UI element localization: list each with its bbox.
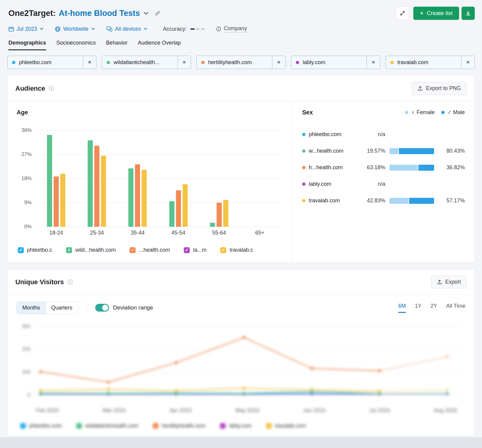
report-title[interactable]: At-home Blood Tests [59,9,140,18]
sex-split-bar [390,165,434,171]
visitors-x-label: Jun 2023 [303,407,325,414]
toggle-switch[interactable] [95,304,109,312]
series-checkbox[interactable]: ✓ [184,247,190,253]
chip-remove-button[interactable]: ✕ [177,56,191,69]
tab-demographics[interactable]: Demographics [8,40,46,50]
domain-color-dot [296,61,299,64]
deviation-range-toggle[interactable]: Deviation range [95,304,153,312]
series-checkbox[interactable]: ✓ [66,247,72,253]
series-checkbox[interactable]: ✓ [18,247,24,253]
bar-travalab-com-45-54 [183,184,188,227]
sex-legend: ♀ Female ♂ Male [405,109,465,116]
export-button[interactable]: Export [431,275,467,288]
expand-button[interactable] [396,7,409,20]
range-option-6m[interactable]: 6M [398,303,406,313]
age-group-25-34 [77,130,117,227]
visitors-chart-area: 3002001000 Feb 2023Mar 2023Apr 2023May 2… [8,319,474,436]
export-png-label: Export to PNG [426,85,461,92]
series-checkbox[interactable]: ✓ [130,247,136,253]
visitors-legend-item-travalab-com[interactable]: travalab.com [266,423,306,429]
date-filter-value: Jul 2023 [17,26,37,32]
age-bar-groups [36,130,280,227]
sex-row-h-health-com: h...health.com63.18%36.82% [302,159,465,176]
domain-chip-hertilityhealth-com[interactable]: hertilityhealth.com✕ [196,56,286,69]
chip-remove-button[interactable]: ✕ [367,56,380,69]
chevron-down-icon[interactable] [144,12,149,15]
tab-behavior[interactable]: Behavior [106,40,127,50]
age-legend-item-wild-health-com: ✓wild...health.com [66,247,116,253]
view-toggle: MonthsQuarters [17,302,78,314]
domain-chip-phleetbo-com[interactable]: phleetbo.com✕ [7,56,96,69]
domain-chip-wildatlantichealth[interactable]: wildatlantichealth...✕ [102,56,191,69]
region-filter[interactable]: Worldwide [55,26,95,32]
info-icon[interactable]: i [67,279,73,285]
company-link[interactable]: Company [216,25,247,33]
domain-chip-label: lably.com [303,59,325,66]
visitors-legend-item-wildatlantichealth-com[interactable]: wildatlantichealth.com [76,423,138,429]
domain-color-dot [302,166,305,169]
age-group-65 [239,130,280,227]
range-option-all-time[interactable]: All Time [446,303,465,313]
visitors-legend-item-lably-com[interactable]: lably.com [220,423,252,429]
view-option-months[interactable]: Months [17,302,45,314]
info-icon[interactable]: i [49,86,54,91]
header-actions: + Create list [396,7,475,20]
legend-swatch [76,423,82,429]
age-y-tick: 0% [17,224,32,230]
male-share-value: 57.17% [438,198,465,204]
age-x-label: 35-44 [117,230,158,236]
female-share-value: 42.83% [360,198,385,204]
age-legend-item-phleetbo-c: ✓phleetbo.c [18,247,52,253]
tab-audience-overlap[interactable]: Audience Overlap [138,40,181,50]
age-x-label: 45-54 [158,230,199,236]
domain-chip-travalab-com[interactable]: travalab.com✕ [386,56,475,69]
devices-filter[interactable]: All devices [106,26,147,32]
female-legend-label: Female [417,109,435,116]
domain-color-dot [302,133,305,136]
domain-chip-lably-com[interactable]: lably.com✕ [291,56,380,69]
visitors-x-label: May 2023 [235,407,259,414]
range-option-1y[interactable]: 1Y [415,303,421,313]
age-legend-item-travalab-c: ✓travalab.c [220,247,253,253]
sex-rows: phleetbo.comn/aw...health.com19.57%80.43… [302,126,465,209]
series-checkbox[interactable]: ✓ [220,247,226,253]
age-y-tick: 36% [17,127,32,133]
legend-label: travalab.com [275,423,306,429]
domain-chip-label: travalab.com [397,59,428,66]
export-png-button[interactable]: Export to PNG [412,82,467,95]
create-list-button[interactable]: + Create list [413,7,459,20]
visitors-x-label: Mar 2023 [103,407,126,414]
svg-text:200: 200 [22,346,30,352]
female-share-value: 19.57% [360,148,385,154]
page-title: One2Target: At-home Blood Tests [8,9,161,18]
domain-label: w...health.com [309,148,343,154]
male-bar-segment [409,198,434,204]
age-x-label: 25-34 [77,230,117,236]
age-group-18-24 [36,130,77,227]
download-button[interactable] [462,7,475,20]
accuracy-dash [201,28,205,30]
chip-remove-button[interactable]: ✕ [272,56,285,69]
range-option-2y[interactable]: 2Y [430,303,437,313]
view-option-quarters[interactable]: Quarters [45,302,78,314]
devices-filter-value: All devices [115,26,141,32]
date-filter[interactable]: Jul 2023 [8,26,43,32]
visitors-controls: MonthsQuarters Deviation range 6M1Y2YAll… [8,295,474,319]
visitors-legend-item-phleetbo-com[interactable]: phleetbo.com [20,423,62,429]
bar-travalab-com-55-64 [223,200,228,227]
tab-socioeconomics[interactable]: Socioeconomics [56,40,96,50]
domain-color-dot [201,61,205,64]
chevron-down-icon [144,28,147,30]
accuracy-meter [190,28,205,30]
visitors-legend-item-hertilityhealth-com[interactable]: hertilityhealth.com [153,423,205,429]
chip-remove-button[interactable]: ✕ [461,56,474,69]
bar-hertilityhealth-com-45-54 [176,190,181,227]
chevron-down-icon [91,28,95,30]
bottom-band [0,437,482,448]
age-x-label: 65+ [239,230,280,236]
bar-wildatlantichealth-com-55-64 [210,223,215,227]
expand-icon [400,11,405,16]
sex-row-travalab-com: travalab.com42.83%57.17% [302,192,465,209]
edit-pencil-icon[interactable] [155,10,161,16]
chip-remove-button[interactable]: ✕ [83,56,96,69]
